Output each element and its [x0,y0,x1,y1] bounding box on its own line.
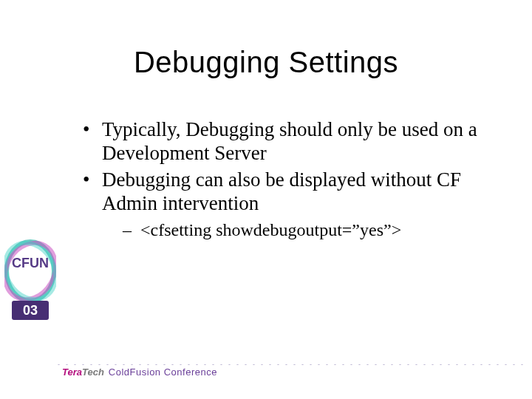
svg-point-2 [4,233,56,308]
logo-bottom-text: 03 [23,303,38,318]
list-item: <cfsetting showdebugoutput=”yes”> [102,219,488,241]
bullet-text: Typically, Debugging should only be used… [102,118,477,164]
bullet-list: Typically, Debugging should only be used… [81,118,488,241]
footer-brand-left: Tera [62,366,82,378]
slide: Debugging Settings Typically, Debugging … [0,0,532,399]
footer-brand: TeraTech ColdFusion Conference [62,366,217,378]
slide-title: Debugging Settings [0,46,532,79]
sub-bullet-list: <cfsetting showdebugoutput=”yes”> [102,219,488,241]
list-item: Debugging can also be displayed without … [81,168,488,242]
sub-bullet-text: <cfsetting showdebugoutput=”yes”> [140,220,401,239]
footer: TeraTech ColdFusion Conference [58,358,525,378]
footer-brand-right: Tech [82,366,104,378]
footer-dots [58,358,525,365]
slide-body: Typically, Debugging should only be used… [81,118,488,244]
bullet-text: Debugging can also be displayed without … [102,168,461,214]
logo-top-text: CFUN [12,256,49,270]
footer-brand-name: TeraTech [62,366,104,378]
footer-tagline: ColdFusion Conference [109,366,217,378]
list-item: Typically, Debugging should only be used… [81,118,488,166]
conference-logo-icon: CFUN 03 [4,231,56,327]
